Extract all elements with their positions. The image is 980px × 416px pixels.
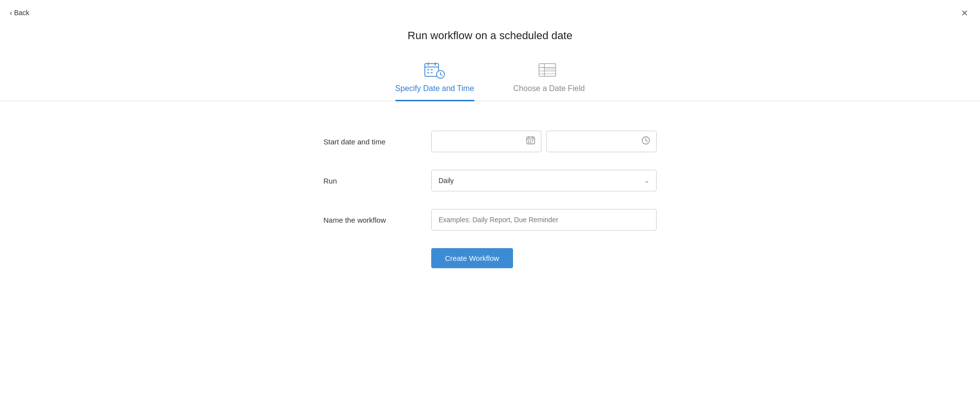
- form-container: Start date and time: [0, 131, 980, 268]
- svg-rect-5: [431, 69, 433, 70]
- calendar-clock-icon: [424, 62, 445, 79]
- close-button[interactable]: ✕: [961, 9, 968, 18]
- clock-icon: [641, 136, 650, 147]
- workflow-name-controls: [431, 209, 657, 231]
- svg-rect-23: [532, 140, 533, 141]
- back-button[interactable]: ‹ Back: [10, 9, 29, 17]
- calendar-icon: [526, 136, 535, 147]
- chevron-down-icon: ⌄: [644, 177, 649, 184]
- workflow-name-label: Name the workflow: [323, 216, 431, 224]
- run-controls: Daily ⌄: [431, 170, 657, 191]
- start-date-row: Start date and time: [323, 131, 657, 152]
- svg-rect-6: [427, 72, 429, 73]
- start-date-label: Start date and time: [323, 138, 431, 146]
- tab-choose-field[interactable]: Choose a Date Field: [514, 62, 585, 101]
- svg-line-28: [646, 140, 647, 142]
- tab-specify-date-label: Specify Date and Time: [395, 84, 474, 93]
- run-label: Run: [323, 177, 431, 185]
- time-picker-input[interactable]: [546, 131, 657, 152]
- workflow-name-input[interactable]: [431, 209, 657, 231]
- date-picker-input[interactable]: [431, 131, 541, 152]
- tab-choose-field-label: Choose a Date Field: [514, 84, 585, 93]
- svg-rect-25: [530, 142, 531, 143]
- tab-specify-date[interactable]: Specify Date and Time: [395, 62, 474, 101]
- start-date-controls: [431, 131, 657, 152]
- svg-rect-7: [431, 72, 433, 73]
- back-arrow-icon: ‹: [10, 9, 12, 17]
- workflow-name-row: Name the workflow: [323, 209, 657, 231]
- create-workflow-button[interactable]: Create Workflow: [431, 248, 513, 268]
- tabs-container: Specify Date and Time Choose a Date Fiel…: [0, 62, 980, 101]
- svg-rect-22: [530, 140, 531, 141]
- create-button-row: Create Workflow: [323, 248, 657, 268]
- table-date-icon: [538, 62, 560, 79]
- run-selected-value: Daily: [439, 177, 454, 185]
- back-label: Back: [14, 9, 29, 17]
- run-row: Run Daily ⌄: [323, 170, 657, 191]
- close-icon: ✕: [961, 8, 968, 18]
- svg-rect-4: [427, 69, 429, 70]
- svg-rect-16: [545, 68, 556, 71]
- run-select[interactable]: Daily ⌄: [431, 170, 657, 191]
- svg-rect-24: [528, 142, 529, 143]
- page-title: Run workflow on a scheduled date: [0, 29, 980, 42]
- svg-rect-21: [528, 140, 529, 141]
